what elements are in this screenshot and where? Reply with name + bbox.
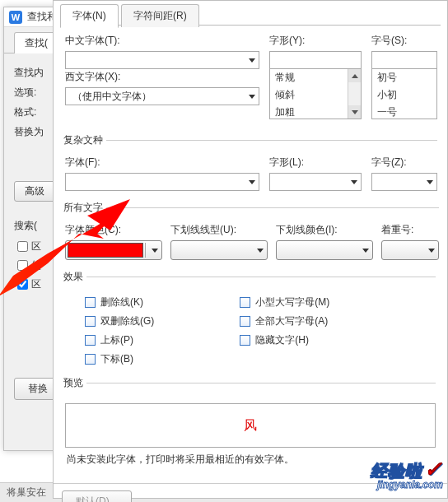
size-listbox[interactable]: 初号 小初 一号 <box>371 68 437 119</box>
legend-effects: 效果 <box>63 270 86 284</box>
size-input[interactable] <box>371 51 437 69</box>
underline-color-combo[interactable] <box>276 240 373 260</box>
color-swatch-red <box>68 243 143 258</box>
watermark: 经验啦 ✓ jingyanla.com <box>371 457 443 490</box>
font-dialog-tabs: 字体(N) 字符间距(R) <box>54 1 447 26</box>
preview-text: 风 <box>244 417 257 435</box>
check-all-caps[interactable]: 全部大写字母(A) <box>220 314 329 328</box>
fieldset-effects: 效果 删除线(K) 双删除线(G) 上标(P) 下标(B) 小型大写字母(M) … <box>65 270 436 366</box>
preview-box: 风 <box>65 403 436 448</box>
checkbox-1-label: 区 <box>31 239 41 253</box>
fieldset-complex: 复杂文种 字体(F): 字形(L): 字号(Z): <box>65 133 437 191</box>
size-item-1[interactable]: 小初 <box>372 86 436 104</box>
app-icon: W <box>9 11 22 24</box>
label-font-color: 字体颜色(C): <box>65 223 162 237</box>
check-hidden[interactable]: 隐藏文字(H) <box>220 333 329 347</box>
complex-size-combo[interactable] <box>371 173 437 191</box>
font-panel: 中文字体(T): 字形(Y): 常规 倾斜 加粗 <box>54 26 447 483</box>
advanced-button[interactable]: 高级 <box>14 181 55 202</box>
tab-spacing[interactable]: 字符间距(R) <box>121 4 199 27</box>
checkbox-3-label: 区 <box>31 277 41 291</box>
scroll-up-icon[interactable] <box>348 69 361 82</box>
label-subscript: 下标(B) <box>100 352 133 366</box>
complex-font-combo[interactable] <box>65 173 259 191</box>
check-double-strike[interactable]: 双删除线(G) <box>65 314 154 328</box>
fieldset-all-text: 所有文字 字体颜色(C): 下划线线型(U): 下划线颜色(I): <box>65 201 439 260</box>
label-superscript: 上标(P) <box>100 333 133 347</box>
style-listbox[interactable]: 常规 倾斜 加粗 <box>269 68 362 119</box>
effects-col-right: 小型大写字母(M) 全部大写字母(A) 隐藏文字(H) <box>220 295 329 366</box>
label-strikethrough: 删除线(K) <box>100 295 143 309</box>
label-underline: 下划线线型(U): <box>170 223 268 237</box>
underline-combo[interactable] <box>170 240 268 260</box>
size-item-2[interactable]: 一号 <box>372 104 436 119</box>
check-superscript[interactable]: 上标(P) <box>65 333 154 347</box>
label-underline-color: 下划线颜色(I): <box>276 223 373 237</box>
chevron-down-icon <box>152 249 158 253</box>
label-size: 字号(S): <box>371 34 437 48</box>
checkbox-icon <box>85 316 96 327</box>
chevron-down-icon <box>249 95 255 99</box>
effects-col-left: 删除线(K) 双删除线(G) 上标(P) 下标(B) <box>65 295 154 366</box>
label-complex-style: 字形(L): <box>269 156 362 170</box>
chevron-down-icon <box>351 180 357 184</box>
label-complex-size: 字号(Z): <box>371 156 437 170</box>
check-small-caps[interactable]: 小型大写字母(M) <box>220 295 329 309</box>
label-small-caps: 小型大写字母(M) <box>255 295 329 309</box>
checkbox-icon <box>240 297 250 308</box>
font-dialog: 字体(N) 字符间距(R) 中文字体(T): 字形(Y): 常规 倾斜 加粗 <box>53 0 448 499</box>
checkbox-icon <box>85 297 96 308</box>
checkbox-icon <box>85 354 96 365</box>
font-color-combo[interactable] <box>65 240 162 260</box>
label-all-caps: 全部大写字母(A) <box>255 314 328 328</box>
chevron-down-icon <box>362 249 369 253</box>
chevron-down-icon <box>427 180 433 184</box>
label-cn-font: 中文字体(T): <box>65 34 259 48</box>
chevron-down-icon <box>428 249 435 253</box>
label-emphasis: 着重号: <box>381 223 439 237</box>
default-button[interactable]: 默认(D)... <box>62 490 132 502</box>
status-text: 将巢安在 <box>7 486 46 500</box>
label-hidden: 隐藏文字(H) <box>255 333 309 347</box>
watermark-url: jingyanla.com <box>371 479 443 490</box>
cn-font-combo[interactable] <box>65 51 259 69</box>
scroll-down-icon[interactable] <box>348 105 361 119</box>
chevron-down-icon <box>249 180 255 184</box>
complex-style-combo[interactable] <box>269 173 362 191</box>
checkbox-1[interactable] <box>17 241 28 252</box>
label-double-strike: 双删除线(G) <box>100 314 154 328</box>
tab-find[interactable]: 查找( <box>14 32 58 53</box>
emphasis-combo[interactable] <box>381 240 439 260</box>
check-strikethrough[interactable]: 删除线(K) <box>65 295 154 309</box>
checkbox-2[interactable] <box>17 260 28 271</box>
latin-font-value: （使用中文字体） <box>69 90 245 104</box>
checkbox-icon <box>240 316 250 327</box>
legend-complex: 复杂文种 <box>63 133 106 147</box>
checkbox-3[interactable] <box>17 279 28 290</box>
checkbox-icon <box>85 335 96 346</box>
checkbox-icon <box>240 335 250 346</box>
tab-font[interactable]: 字体(N) <box>60 4 119 28</box>
checkbox-2-label: 使 <box>31 258 41 272</box>
style-input[interactable] <box>269 51 362 69</box>
style-scrollbar[interactable] <box>348 69 361 119</box>
legend-preview: 预览 <box>63 376 86 390</box>
label-complex-font: 字体(F): <box>65 156 259 170</box>
latin-font-combo[interactable]: （使用中文字体） <box>65 87 259 105</box>
label-style: 字形(Y): <box>269 34 362 48</box>
legend-all-text: 所有文字 <box>63 201 106 215</box>
chevron-down-icon <box>249 58 255 63</box>
check-subscript[interactable]: 下标(B) <box>65 352 154 366</box>
chevron-down-icon <box>257 249 264 253</box>
combo-dropdown-button[interactable] <box>145 243 160 258</box>
size-item-0[interactable]: 初号 <box>372 69 436 86</box>
